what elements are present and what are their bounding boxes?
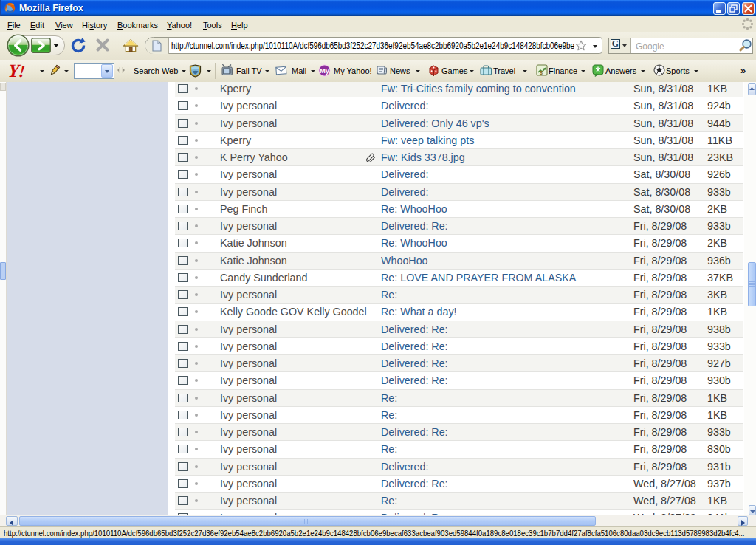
svg-text:$: $: [540, 70, 543, 76]
svg-text:My: My: [320, 66, 330, 75]
